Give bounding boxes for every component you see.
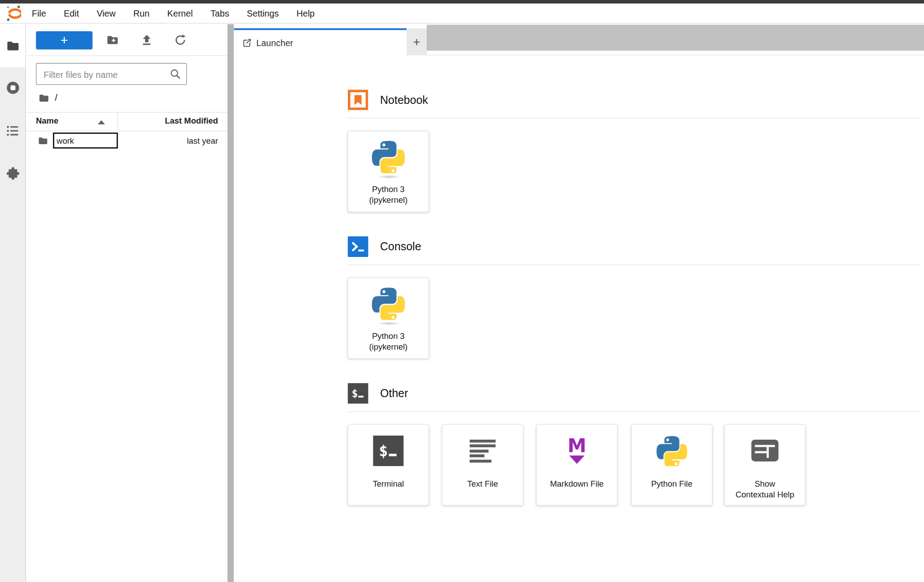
refresh-icon[interactable]	[174, 34, 187, 47]
section-divider	[348, 265, 920, 265]
tab-launcher[interactable]: Launcher	[234, 28, 407, 56]
console-icon	[348, 236, 368, 257]
file-browser-panel: + /	[26, 24, 227, 582]
column-divider	[117, 112, 118, 131]
jupyterlab-window: File Edit View Run Kernel Tabs Settings …	[0, 0, 924, 582]
card-label: Python 3 (ipykernel)	[351, 331, 426, 352]
card-label: Markdown File	[539, 479, 614, 490]
section-title-other: Other	[380, 387, 408, 400]
launcher-card-console-python3[interactable]: Python 3 (ipykernel)	[348, 278, 429, 359]
contextual-help-icon	[725, 436, 805, 466]
file-browser-toolbar: +	[26, 24, 227, 56]
file-browser-icon[interactable]	[6, 39, 20, 53]
markdown-icon: M	[537, 436, 617, 466]
python-logo-icon	[632, 436, 712, 466]
menu-tabs[interactable]: Tabs	[201, 3, 238, 23]
dock-tab-bar: Launcher +	[234, 24, 924, 56]
menu-edit[interactable]: Edit	[55, 3, 88, 23]
svg-text:$: $	[379, 442, 388, 460]
folder-icon	[38, 136, 48, 146]
terminal-icon: $	[348, 383, 368, 404]
menu-help[interactable]: Help	[287, 3, 323, 23]
running-sessions-icon[interactable]	[6, 81, 20, 95]
breadcrumb: /	[38, 92, 58, 103]
menu-view[interactable]: View	[88, 3, 124, 23]
extension-manager-icon[interactable]	[6, 166, 20, 180]
launcher-card-notebook-python3[interactable]: Python 3 (ipykernel)	[348, 131, 429, 212]
filter-files-input[interactable]	[43, 66, 169, 83]
table-of-contents-icon[interactable]	[6, 124, 20, 138]
breadcrumb-root: /	[55, 93, 57, 103]
launcher-panel: Notebook Python 3 (ipykernel)	[234, 56, 924, 582]
rename-input[interactable]	[53, 133, 118, 149]
python-logo-icon	[348, 287, 428, 321]
notebook-icon	[348, 90, 368, 110]
menu-bar: File Edit View Run Kernel Tabs Settings …	[0, 4, 924, 24]
card-label: Text File	[445, 479, 520, 490]
search-icon	[170, 68, 181, 80]
card-label: Show Contextual Help	[727, 479, 802, 500]
section-header-notebook: Notebook	[348, 90, 428, 110]
section-divider	[348, 411, 920, 412]
section-title-notebook: Notebook	[380, 94, 428, 107]
launcher-card-python-file[interactable]: Python File	[631, 424, 713, 506]
menu-settings[interactable]: Settings	[238, 3, 288, 23]
column-header-name[interactable]: Name	[36, 116, 58, 125]
section-header-other: $ Other	[348, 383, 408, 404]
new-tab-button[interactable]: +	[406, 28, 427, 56]
new-folder-icon[interactable]	[106, 34, 119, 47]
jupyter-logo-icon	[5, 5, 21, 22]
section-header-console: Console	[348, 236, 421, 257]
tab-launcher-label: Launcher	[257, 38, 293, 47]
new-launcher-button[interactable]: +	[36, 31, 92, 50]
card-label: Terminal	[351, 479, 426, 490]
panel-divider[interactable]	[227, 24, 234, 582]
section-title-console: Console	[380, 240, 421, 253]
svg-text:$: $	[352, 388, 358, 399]
section-divider	[348, 118, 920, 118]
menu-file[interactable]: File	[23, 3, 55, 23]
launcher-card-text-file[interactable]: Text File	[442, 424, 523, 506]
filter-files-box	[36, 63, 187, 85]
text-file-icon	[443, 436, 523, 466]
sort-ascending-icon	[98, 120, 105, 124]
card-label: Python 3 (ipykernel)	[351, 184, 426, 205]
file-listing-header: Name Last Modified	[26, 112, 227, 131]
breadcrumb-home-folder-icon[interactable]	[38, 92, 50, 103]
column-header-last-modified[interactable]: Last Modified	[165, 116, 218, 125]
left-activity-bar	[0, 24, 26, 582]
launcher-card-markdown-file[interactable]: M Markdown File	[536, 424, 618, 506]
card-label: Python File	[634, 479, 709, 490]
menu-kernel[interactable]: Kernel	[158, 3, 202, 23]
python-logo-icon	[348, 140, 428, 174]
file-row-work[interactable]: last year	[26, 132, 227, 153]
launcher-card-terminal[interactable]: $ Terminal	[348, 424, 429, 506]
logo-shadow	[377, 175, 401, 179]
terminal-icon: $	[348, 436, 428, 466]
file-last-modified: last year	[187, 136, 218, 146]
tab-bar-empty-space	[427, 25, 924, 51]
menu-run[interactable]: Run	[124, 3, 158, 23]
upload-icon[interactable]	[140, 34, 153, 47]
logo-shadow	[377, 322, 401, 325]
launcher-tab-icon	[242, 38, 252, 47]
main-dock-area: Launcher + Notebook	[234, 24, 924, 582]
launcher-card-show-contextual-help[interactable]: Show Contextual Help	[724, 424, 806, 506]
